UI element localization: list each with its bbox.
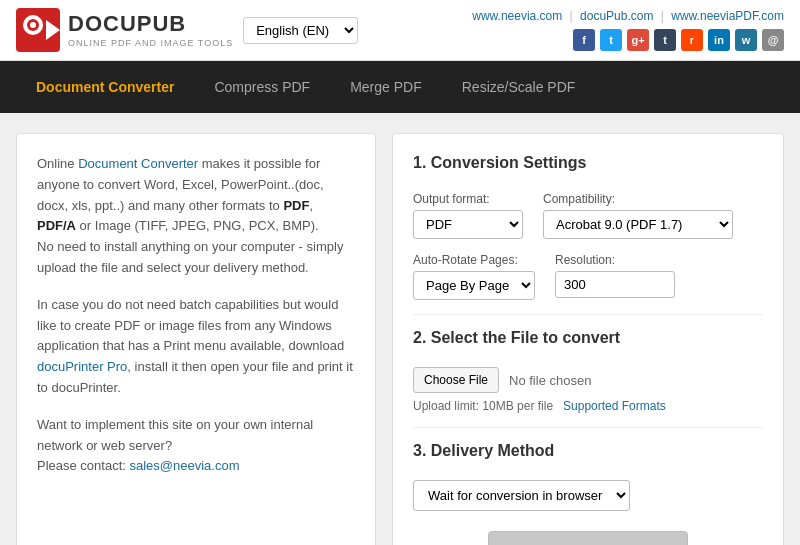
divider-1 — [413, 314, 763, 315]
output-format-group: Output format: PDF DOCX JPEG PNG TIFF — [413, 192, 523, 239]
output-format-select[interactable]: PDF DOCX JPEG PNG TIFF — [413, 210, 523, 239]
docupub-link[interactable]: docuPub.com — [580, 9, 653, 23]
nav-compress-pdf[interactable]: Compress PDF — [194, 61, 330, 113]
section1-title: 1. Conversion Settings — [413, 154, 763, 178]
language-select[interactable]: English (EN) French (FR) Spanish (ES) — [243, 17, 358, 44]
neeviapdf-link[interactable]: www.neeviaPDF.com — [671, 9, 784, 23]
email-icon[interactable]: @ — [762, 29, 784, 51]
delivery-method-select[interactable]: Wait for conversion in browser Send by e… — [413, 480, 630, 511]
compatibility-select[interactable]: Acrobat 9.0 (PDF 1.7) Acrobat 8.0 (PDF 1… — [543, 210, 733, 239]
file-name-display: No file chosen — [509, 373, 591, 388]
google-plus-icon[interactable]: g+ — [627, 29, 649, 51]
contact-text: Please contact: — [37, 458, 130, 473]
top-links: www.neevia.com | docuPub.com | www.neevi… — [472, 9, 784, 23]
output-format-label: Output format: — [413, 192, 523, 206]
comma: , — [309, 198, 313, 213]
section2-title: 2. Select the File to convert — [413, 329, 763, 353]
section3-title: 3. Delivery Method — [413, 442, 763, 466]
main-content: Online Document Converter makes it possi… — [0, 113, 800, 545]
logo-wrapper: DOCUPUB ONLINE PDF AND IMAGE TOOLS — [16, 8, 233, 52]
document-converter-link[interactable]: Document Converter — [78, 156, 198, 171]
header: DOCUPUB ONLINE PDF AND IMAGE TOOLS Engli… — [0, 0, 800, 61]
auto-rotate-label: Auto-Rotate Pages: — [413, 253, 535, 267]
site-name: DOCUPUB — [68, 11, 233, 37]
para2: In case you do not need batch capabiliti… — [37, 295, 355, 399]
twitter-icon[interactable]: t — [600, 29, 622, 51]
upload-limit-row: Upload limit: 10MB per file Supported Fo… — [413, 399, 763, 413]
logo-icon — [16, 8, 60, 52]
linkedin-icon[interactable]: in — [708, 29, 730, 51]
neevia-link[interactable]: www.neevia.com — [472, 9, 562, 23]
divider-2 — [413, 427, 763, 428]
site-subtitle: ONLINE PDF AND IMAGE TOOLS — [68, 38, 233, 49]
right-panel: 1. Conversion Settings Output format: PD… — [392, 133, 784, 545]
upload-limit-text: Upload limit: 10MB per file — [413, 399, 553, 413]
facebook-icon[interactable]: f — [573, 29, 595, 51]
pdfa-bold: PDF/A — [37, 218, 76, 233]
form-row-2: Auto-Rotate Pages: Page By Page None All… — [413, 253, 763, 300]
file-row: Choose File No file chosen — [413, 367, 763, 393]
nav-merge-pdf[interactable]: Merge PDF — [330, 61, 442, 113]
resolution-label: Resolution: — [555, 253, 675, 267]
auto-rotate-group: Auto-Rotate Pages: Page By Page None All… — [413, 253, 535, 300]
wordpress-icon[interactable]: w — [735, 29, 757, 51]
compatibility-group: Compatibility: Acrobat 9.0 (PDF 1.7) Acr… — [543, 192, 733, 239]
para2-a: In case you do not need batch capabiliti… — [37, 297, 344, 354]
nav-document-converter[interactable]: Document Converter — [16, 61, 194, 113]
tumblr-icon[interactable]: t — [654, 29, 676, 51]
compatibility-label: Compatibility: — [543, 192, 733, 206]
docuprinter-link[interactable]: docuPrinter Pro — [37, 359, 127, 374]
supported-formats-link[interactable]: Supported Formats — [563, 399, 666, 413]
sep1: | — [570, 9, 573, 23]
reddit-icon[interactable]: r — [681, 29, 703, 51]
resolution-group: Resolution: — [555, 253, 675, 300]
nav-resize-pdf[interactable]: Resize/Scale PDF — [442, 61, 596, 113]
social-icons: f t g+ t r in w @ — [472, 29, 784, 51]
pdf-bold: PDF — [283, 198, 309, 213]
image-text: or Image (TIFF, JPEG, PNG, PCX, BMP). — [76, 218, 319, 233]
no-install-text: No need to install anything on your comp… — [37, 239, 343, 275]
form-row-1: Output format: PDF DOCX JPEG PNG TIFF Co… — [413, 192, 763, 239]
resolution-input[interactable] — [555, 271, 675, 298]
svg-point-3 — [30, 22, 36, 28]
contact-email-link[interactable]: sales@neevia.com — [130, 458, 240, 473]
choose-file-button[interactable]: Choose File — [413, 367, 499, 393]
logo-area: DOCUPUB ONLINE PDF AND IMAGE TOOLS Engli… — [16, 8, 358, 52]
upload-convert-button[interactable]: Upload & Convert — [488, 531, 688, 545]
sep2: | — [661, 9, 664, 23]
logo-text: DOCUPUB ONLINE PDF AND IMAGE TOOLS — [68, 11, 233, 48]
intro-paragraph: Online Document Converter makes it possi… — [37, 154, 355, 279]
auto-rotate-select[interactable]: Page By Page None All Portrait All Lands… — [413, 271, 535, 300]
para3-text: Want to implement this site on your own … — [37, 417, 313, 453]
intro-text: Online — [37, 156, 78, 171]
main-nav: Document Converter Compress PDF Merge PD… — [0, 61, 800, 113]
top-right: www.neevia.com | docuPub.com | www.neevi… — [472, 9, 784, 51]
left-panel: Online Document Converter makes it possi… — [16, 133, 376, 545]
para3: Want to implement this site on your own … — [37, 415, 355, 477]
